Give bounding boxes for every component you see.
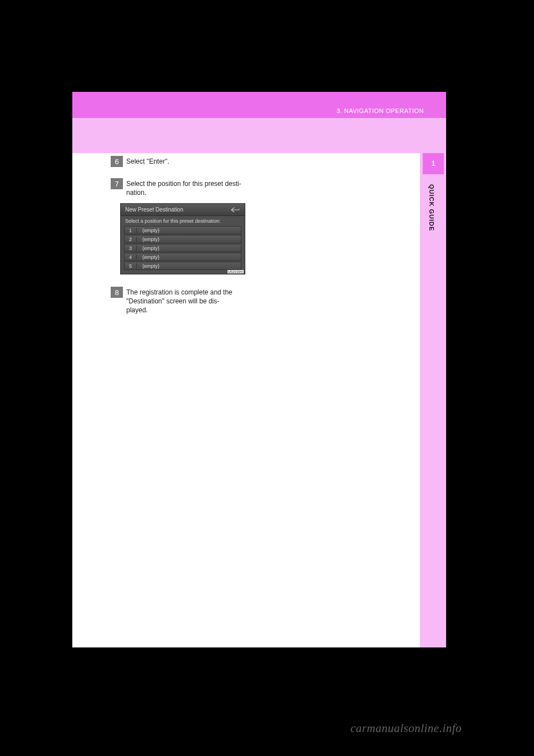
preset-row-num: 3	[125, 246, 137, 251]
step-number-8: 8	[111, 287, 123, 298]
step-7-text-line1: Select the position for this preset dest…	[126, 180, 271, 188]
step-8-text-line3: played.	[126, 306, 271, 314]
preset-row-2[interactable]: 2(empty)	[124, 235, 241, 243]
step-8-text-line1: The registration is complete and the	[126, 288, 271, 296]
preset-row-label: (empty)	[137, 263, 160, 269]
preset-row-num: 5	[125, 263, 137, 269]
manual-page: 3. NAVIGATION OPERATION 1 QUICK GUIDE 6 …	[72, 92, 446, 647]
preset-row-num: 2	[125, 237, 137, 242]
step-number-6: 6	[111, 156, 123, 167]
preset-row-label: (empty)	[137, 228, 160, 233]
header-bar: 3. NAVIGATION OPERATION	[72, 92, 446, 118]
screenshot-title-bar: New Preset Destination	[121, 204, 245, 216]
preset-row-label: (empty)	[137, 254, 160, 260]
screenshot-code: US1019AI	[228, 270, 244, 273]
preset-row-5[interactable]: 5(empty)	[124, 262, 241, 270]
step-7-text-line2: nation.	[126, 189, 271, 197]
preset-row-3[interactable]: 3(empty)	[124, 244, 241, 252]
preset-row-4[interactable]: 4(empty)	[124, 253, 241, 261]
chapter-tab: 1	[423, 153, 444, 174]
screenshot-title: New Preset Destination	[125, 207, 184, 213]
step-6-text: Select "Enter".	[126, 158, 271, 165]
side-label: QUICK GUIDE	[428, 184, 435, 231]
preset-row-num: 4	[125, 254, 137, 260]
section-title: 3. NAVIGATION OPERATION	[337, 107, 424, 114]
preset-row-1[interactable]: 1(empty)	[124, 226, 241, 234]
back-icon[interactable]	[230, 207, 240, 213]
preset-row-num: 1	[125, 228, 137, 233]
preset-row-label: (empty)	[137, 237, 160, 242]
step-number-7: 7	[111, 178, 123, 189]
sub-header-band	[72, 118, 420, 153]
embedded-screenshot: New Preset Destination Select a position…	[120, 203, 245, 274]
preset-row-label: (empty)	[137, 246, 160, 251]
step-8-text-line2: "Destination" screen will be dis-	[126, 297, 271, 305]
watermark: carmanualsonline.info	[350, 721, 462, 735]
screenshot-subtitle: Select a position for this preset destin…	[121, 216, 245, 225]
